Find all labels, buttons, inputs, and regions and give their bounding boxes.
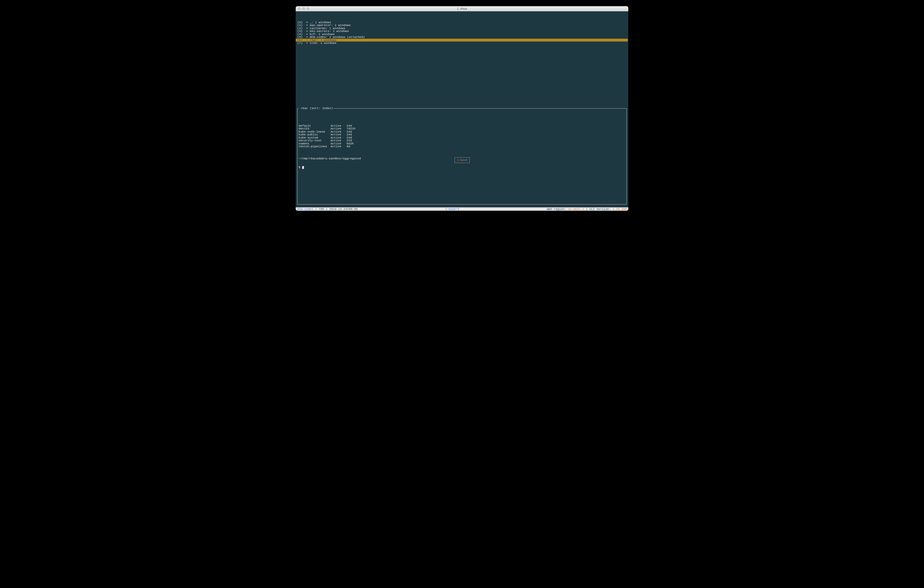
table-row: kube-public Active 24d [299, 133, 625, 136]
tmux-preview-pane: rbac (sort: index) default Active 24ddev… [297, 108, 627, 205]
status-window-list: 1:bash*Z [358, 207, 547, 211]
table-row: tekton-pipelines Active 8d [299, 145, 625, 148]
tmux-session-list[interactable]: (0) + _: 1 windows(1) + aws-operator: 1 … [296, 20, 628, 45]
table-row: security-test Active 22d [299, 139, 625, 142]
session-item[interactable]: (1) + aws-operator: 1 windows [296, 24, 628, 27]
tmux-status-bar: mh9-codes | 75% | 2019-12-24T05:05 1:bas… [296, 207, 628, 211]
terminal-viewport[interactable]: (0) + _: 1 windows(1) + aws-operator: 1 … [296, 12, 628, 207]
session-item[interactable]: (6) + rbac: 1 windows [296, 39, 628, 42]
status-right: AWS region: us-west-2 | CLI version: 1.1… [546, 207, 628, 211]
aws-region: us-west-2 [568, 207, 584, 211]
status-left: mh9-codes | 75% | 2019-12-24T05:05 [296, 207, 358, 211]
table-row: dev123 Active 7d21h [299, 127, 625, 130]
session-item[interactable]: (5) + mh9-codes: 1 windows (attached) [296, 36, 628, 39]
status-battery: 75% [318, 207, 324, 211]
namespace-table: default Active 24ddev123 Active 7d21hkub… [299, 124, 625, 148]
cli-version: 1.16.300 [612, 207, 627, 211]
terminal-window: 1. tmux (0) + _: 1 windows(1) + aws-oper… [296, 6, 628, 211]
preview-body: default Active 24ddev123 Active 7d21hkub… [297, 117, 627, 175]
status-datetime: 2019-12-24T05:05 [329, 207, 358, 211]
status-session-name: mh9-codes [297, 207, 313, 211]
window-indicator: 1:bash [455, 157, 470, 163]
titlebar[interactable]: 1. tmux [296, 6, 628, 12]
preview-title: rbac (sort: index) [299, 107, 333, 110]
window-title: 1. tmux [296, 7, 628, 10]
cursor [302, 166, 304, 169]
shell-prompt[interactable]: $ [299, 166, 625, 169]
session-item[interactable]: (3) + eks-secrets: 1 windows [296, 30, 628, 33]
session-item[interactable]: (7) + tcsb: 1 windows [296, 41, 628, 45]
